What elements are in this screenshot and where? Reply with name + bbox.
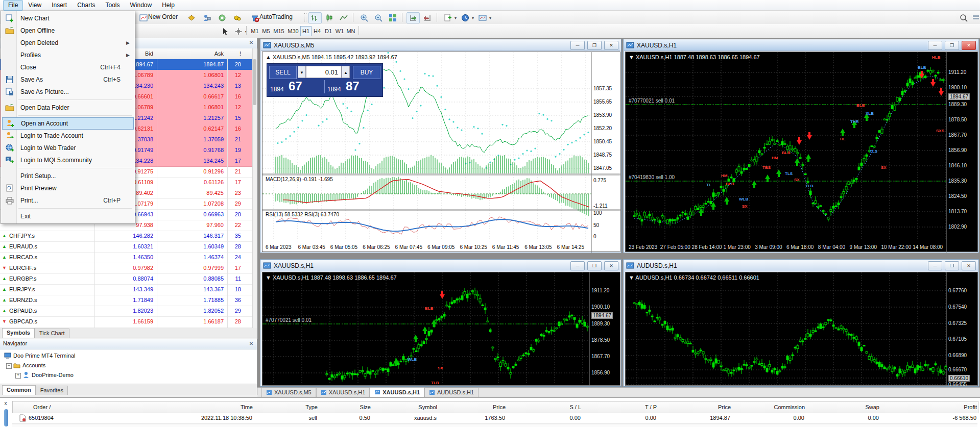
timeframe-m1[interactable]: M1 (249, 26, 260, 36)
chart-titlebar[interactable]: XAUUSD.s,H1—❐✕ (624, 40, 978, 51)
restore-button[interactable]: ❐ (945, 41, 959, 50)
table-row[interactable]: 650198042022.11.18 10:38:50sell0.50xauus… (12, 413, 977, 424)
close-button[interactable]: ✕ (962, 261, 976, 270)
menu-item-print-preview[interactable]: Print Preview (2, 182, 134, 194)
chart-tab-3[interactable]: XAUUSD.s,H1 (370, 387, 424, 397)
indicators-icon[interactable]: ▾ (441, 12, 459, 23)
chart-window-4[interactable]: AUDUSD.s,H1—❐✕▼ AUDUSD.s,H1 0.66734 0.66… (623, 259, 979, 387)
timeframe-h4[interactable]: H4 (312, 26, 323, 36)
menu-item-open-deleted[interactable]: Open Deleted▶ (2, 37, 134, 49)
symbol-row[interactable]: ▲GBPAUD.s1.820231.8205229 (0, 306, 252, 317)
close-button[interactable]: ✕ (962, 41, 976, 50)
menu-charts[interactable]: Charts (72, 0, 100, 11)
tab-favorites[interactable]: Favorites (36, 386, 68, 395)
metaeditor-icon[interactable] (231, 12, 244, 23)
menu-insert[interactable]: Insert (46, 0, 72, 11)
menu-view[interactable]: View (23, 0, 46, 11)
tree-expander-icon[interactable]: − (6, 363, 12, 369)
menu-item-close[interactable]: CloseCtrl+F4 (2, 61, 134, 73)
auto-scroll-icon[interactable] (407, 12, 420, 23)
market-watch-close-icon[interactable]: ✕ (248, 39, 255, 46)
zoom-in-icon[interactable] (357, 12, 371, 23)
menu-item-exit[interactable]: Exit (2, 210, 134, 222)
new-order-button[interactable]: New Order (148, 13, 178, 20)
menu-item-new-chart[interactable]: New Chart (2, 12, 134, 24)
chart-tab-2[interactable]: XAUUSD.s,H1 (316, 388, 370, 397)
tree-item-doo-prime-mt4-terminal[interactable]: Doo Prime MT4 Terminal (13, 353, 75, 359)
market-icon[interactable] (185, 12, 198, 23)
tree-item-accounts[interactable]: Accounts (22, 362, 45, 368)
tree-item-dooprime-demo[interactable]: DooPrime-Demo (32, 372, 74, 378)
chart-window-1[interactable]: XAUUSD.s,M5—❐✕MACD(12,26,9) -0.191 -1.69… (260, 39, 622, 253)
cursor-icon[interactable] (219, 26, 232, 37)
restore-button[interactable]: ❐ (587, 261, 602, 270)
chart-titlebar[interactable]: XAUUSD.s,M5—❐✕ (261, 40, 620, 51)
chart-shift-icon[interactable] (421, 12, 434, 23)
dropdown-arrow-icon[interactable]: ▾ (472, 16, 474, 20)
menu-item-open-offline[interactable]: Open Offline (2, 24, 134, 37)
menu-item-open-data-folder[interactable]: Open Data Folder (2, 102, 134, 114)
column-header-profit[interactable]: Profit (885, 402, 977, 412)
chart-titlebar[interactable]: AUDUSD.s,H1—❐✕ (624, 260, 978, 271)
restore-button[interactable]: ❐ (945, 261, 959, 270)
timeframe-w1[interactable]: W1 (334, 26, 345, 36)
menu-item-login-to-mql5-community[interactable]: 5Login to MQL5.community (2, 154, 134, 166)
volume-input[interactable]: 0.01 (306, 66, 342, 78)
menu-window[interactable]: Window (125, 0, 157, 11)
menu-item-login-to-trade-account[interactable]: Login to Trade Account (2, 130, 134, 142)
navigator-close-icon[interactable]: ✕ (248, 340, 255, 347)
close-button[interactable]: ✕ (604, 261, 618, 270)
timeframe-m15[interactable]: M15 (272, 26, 286, 36)
volume-up-button[interactable]: ▴ (342, 66, 350, 78)
signals-icon[interactable] (200, 12, 213, 23)
news-icon[interactable] (216, 12, 229, 23)
tab-symbols[interactable]: Symbols (2, 328, 35, 338)
tab-common[interactable]: Common (2, 385, 36, 395)
candlestick-icon[interactable] (323, 12, 336, 23)
symbol-row[interactable]: ▼EURCHF.s0.979820.9799917 (0, 263, 252, 274)
menu-file[interactable]: File (3, 0, 23, 11)
symbol-row[interactable]: ▼GBPCAD.s1.661591.6618728 (0, 316, 252, 328)
scrollbar-thumb[interactable] (253, 59, 256, 105)
menu-tools[interactable]: Tools (101, 0, 125, 11)
timeframe-h1[interactable]: H1 (300, 26, 312, 36)
templates-icon[interactable]: ▾ (476, 12, 493, 23)
restore-button[interactable]: ❐ (587, 41, 602, 50)
bar-chart-icon[interactable] (308, 12, 322, 23)
minimize-button[interactable]: — (570, 41, 585, 50)
menu-item-profiles[interactable]: Profiles▶ (2, 49, 134, 61)
terminal-close-icon[interactable]: x (2, 400, 9, 407)
zoom-out-icon[interactable] (372, 12, 385, 23)
menu-help[interactable]: Help (157, 0, 180, 11)
column-header-order[interactable]: Order / (33, 402, 51, 412)
column-header-spread[interactable]: ! (225, 48, 241, 59)
dropdown-arrow-icon[interactable]: ▾ (455, 16, 457, 20)
symbol-row[interactable]: ▲CHFJPY.s146.282146.31735 (0, 231, 252, 242)
symbol-row[interactable]: ▲EURCAD.s1.463501.4637424 (0, 252, 252, 263)
timeframe-d1[interactable]: D1 (323, 26, 334, 36)
menu-item-login-to-web-trader[interactable]: Login to Web Trader (2, 142, 134, 154)
symbol-row[interactable]: ▲EURJPY.s143.349143.36718 (0, 284, 252, 295)
timeframe-m30[interactable]: M30 (286, 26, 300, 36)
chart-content[interactable]: #70770021 sell 0.01SXWLBBLBTLB▼ XAUUSD.s… (262, 272, 620, 386)
volume-down-button[interactable]: ▾ (298, 66, 306, 78)
chart-tab-4[interactable]: AUDUSD.s,H1 (424, 388, 479, 397)
menu-item-print-[interactable]: Print...Ctrl+P (2, 194, 134, 207)
buy-button[interactable]: BUY (353, 66, 380, 79)
sell-button[interactable]: SELL (269, 66, 297, 79)
chart-content[interactable]: #70770021 sell 0.01#70419830 sell 1.00HM… (625, 52, 978, 252)
chart-tab-1[interactable]: XAUUSD.s,M5 (261, 388, 316, 397)
tree-expander-icon[interactable]: + (15, 373, 21, 379)
toolbars-icon[interactable] (969, 12, 980, 23)
chart-window-2[interactable]: XAUUSD.s,H1—❐✕#70770021 sell 0.01#704198… (623, 39, 979, 253)
periods-icon[interactable]: ▾ (459, 12, 476, 23)
column-header-swap[interactable]: Swap (787, 402, 879, 412)
search-icon[interactable] (957, 12, 970, 23)
timeframe-m5[interactable]: M5 (260, 26, 272, 36)
close-button[interactable]: ✕ (604, 41, 618, 50)
menu-item-save-as[interactable]: Save AsCtrl+S (2, 73, 134, 86)
menu-item-save-as-picture-[interactable]: Save As Picture... (2, 86, 134, 98)
symbol-row[interactable]: ▲EURGBP.s0.880740.8808511 (0, 273, 252, 285)
menu-item-open-an-account[interactable]: Open an Account (2, 117, 134, 130)
chart-content[interactable]: MACD(12,26,9) -0.191 -1.695RSI(13) 58.53… (262, 52, 620, 252)
